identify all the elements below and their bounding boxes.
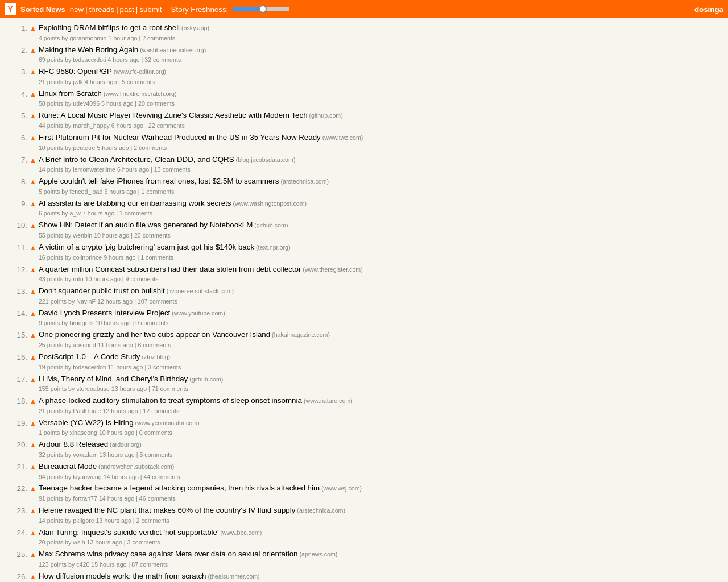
story-meta: 94 points by kiyanwang 14 hours ago | 44… (39, 473, 717, 481)
story-domain: (www.rfc-editor.org) (112, 68, 166, 75)
upvote-button[interactable]: ▲ (30, 308, 36, 328)
story-meta: 123 points by c420 15 hours ago | 87 com… (39, 560, 717, 569)
story-meta: 14 points by lemonwaterlime 6 hours ago … (39, 165, 717, 174)
story-title-link[interactable]: Bureaucrat Mode (39, 462, 97, 471)
story-title-link[interactable]: A victim of a crypto 'pig butchering' sc… (39, 243, 254, 251)
story-title-link[interactable]: Helene ravaged the NC plant that makes 6… (39, 506, 296, 514)
story-number: 11. (11, 242, 30, 262)
upvote-button[interactable]: ▲ (30, 23, 36, 43)
upvote-button[interactable]: ▲ (30, 571, 36, 582)
upvote-button[interactable]: ▲ (30, 155, 36, 174)
logo: Y (5, 3, 16, 15)
story-title-link[interactable]: Show HN: Detect if an audio file was gen… (39, 221, 253, 229)
story-title-link[interactable]: Max Schrems wins privacy case against Me… (39, 550, 298, 558)
story-domain: (github.com) (188, 376, 223, 383)
story-number: 15. (11, 330, 30, 350)
story-domain: (ztoz.blog) (140, 354, 170, 360)
story-title-link[interactable]: Don't squander public trust on bullshit (39, 286, 165, 295)
story-number: 1. (11, 23, 30, 43)
upvote-button[interactable]: ▲ (30, 549, 36, 569)
story-number: 5. (11, 110, 30, 130)
story-item: 22.▲Teenage hacker became a legend attac… (11, 483, 717, 503)
story-item: 17.▲LLMs, Theory of Mind, and Cheryl's B… (11, 374, 717, 394)
upvote-button[interactable]: ▲ (30, 264, 36, 284)
story-title-link[interactable]: David Lynch Presents Interview Project (39, 309, 170, 317)
story-title-link[interactable]: First Plutonium Pit for Nuclear Warhead … (39, 133, 321, 142)
story-title-link[interactable]: Teenage hacker became a legend attacking… (39, 484, 320, 492)
story-domain: (www.wsj.com) (320, 485, 362, 492)
upvote-button[interactable]: ▲ (30, 374, 36, 394)
story-item: 26.▲How diffusion models work: the math … (11, 571, 717, 582)
upvote-button[interactable]: ▲ (30, 527, 36, 547)
story-domain: (www.ycombinator.com) (134, 419, 200, 426)
story-domain: (blog.jacobsdata.com) (234, 156, 296, 163)
story-number: 25. (11, 549, 30, 569)
story-item: 9.▲AI assistants are blabbing our embarr… (11, 198, 717, 218)
story-number: 10. (11, 220, 30, 240)
nav-threads[interactable]: threads (89, 5, 114, 14)
story-number: 9. (11, 198, 30, 218)
upvote-button[interactable]: ▲ (30, 396, 36, 415)
story-domain: (theaisummer.com) (206, 573, 259, 580)
nav-new[interactable]: new (70, 5, 84, 14)
story-title-link[interactable]: A phase-locked auditory stimulation to t… (39, 396, 302, 405)
upvote-button[interactable]: ▲ (30, 352, 36, 372)
upvote-button[interactable]: ▲ (30, 198, 36, 218)
story-meta: 16 points by colinprince 9 hours ago | 1… (39, 253, 717, 262)
story-title-link[interactable]: Making the Web Boring Again (39, 45, 138, 54)
story-title-link[interactable]: RFC 9580: OpenPGP (39, 67, 112, 76)
story-title-link[interactable]: AI assistants are blabbing our embarrass… (39, 199, 231, 207)
story-domain: (www.theregister.com) (301, 266, 362, 273)
story-domain: (www.bbc.com) (218, 529, 262, 536)
story-title-link[interactable]: Exploiting DRAM bitflips to get a root s… (39, 23, 180, 32)
upvote-button[interactable]: ▲ (30, 45, 36, 65)
upvote-button[interactable]: ▲ (30, 483, 36, 503)
story-title-link[interactable]: Versable (YC W22) Is Hiring (39, 418, 134, 427)
story-title-link[interactable]: LLMs, Theory of Mind, and Cheryl's Birth… (39, 375, 188, 383)
upvote-button[interactable]: ▲ (30, 439, 36, 459)
story-title-link[interactable]: PostScript 1.0 – A Code Study (39, 352, 140, 361)
upvote-button[interactable]: ▲ (30, 132, 36, 152)
upvote-button[interactable]: ▲ (30, 505, 36, 525)
story-domain: (arstechnica.com) (279, 178, 329, 185)
story-meta: 5 points by fenced_load 6 hours ago | 1 … (39, 188, 717, 196)
story-number: 17. (11, 374, 30, 394)
story-number: 4. (11, 89, 30, 109)
upvote-button[interactable]: ▲ (30, 66, 36, 86)
slider-thumb[interactable] (259, 5, 267, 13)
upvote-button[interactable]: ▲ (30, 418, 36, 438)
story-domain: (www.washingtonpost.com) (231, 200, 307, 207)
upvote-button[interactable]: ▲ (30, 242, 36, 262)
story-title-link[interactable]: A Brief Intro to Clean Architecture, Cle… (39, 155, 234, 164)
story-title-link[interactable]: Linux from Scratch (39, 89, 102, 98)
upvote-button[interactable]: ▲ (30, 110, 36, 130)
story-meta: 21 points by jwlk 4 hours ago | 5 commen… (39, 78, 717, 86)
story-item: 25.▲Max Schrems wins privacy case agains… (11, 549, 717, 569)
username[interactable]: dosinga (694, 5, 723, 14)
upvote-button[interactable]: ▲ (30, 330, 36, 350)
story-meta: 58 points by udev4096 5 hours ago | 20 c… (39, 99, 717, 108)
story-title-link[interactable]: Apple couldn't tell fake iPhones from re… (39, 177, 279, 185)
nav-submit[interactable]: submit (139, 5, 162, 14)
upvote-button[interactable]: ▲ (30, 89, 36, 109)
upvote-button[interactable]: ▲ (30, 462, 36, 481)
story-title-link[interactable]: A quarter million Comcast subscribers ha… (39, 265, 301, 273)
story-title-link[interactable]: How diffusion models work: the math from… (39, 572, 206, 580)
story-number: 18. (11, 396, 30, 415)
story-domain: (arstechnica.com) (295, 507, 345, 514)
story-title-link[interactable]: Alan Turing: Inquest's suicide verdict '… (39, 528, 219, 537)
upvote-button[interactable]: ▲ (30, 220, 36, 240)
logo-text: Y (7, 5, 13, 14)
story-title-link[interactable]: Ardour 8.8 Released (39, 440, 108, 448)
story-number: 8. (11, 176, 30, 196)
nav-past[interactable]: past (120, 5, 134, 14)
story-meta: 21 points by PaulHoule 12 hours ago | 12… (39, 407, 717, 415)
freshness-slider[interactable] (233, 7, 289, 11)
slider-track[interactable] (233, 7, 289, 11)
story-item: 5.▲Rune: A Local Music Player Reviving Z… (11, 110, 717, 130)
upvote-button[interactable]: ▲ (30, 176, 36, 196)
story-domain: (www.nature.com) (302, 397, 353, 404)
story-title-link[interactable]: Rune: A Local Music Player Reviving Zune… (39, 111, 308, 119)
story-title-link[interactable]: One pioneering grizzly and her two cubs … (39, 330, 270, 339)
upvote-button[interactable]: ▲ (30, 286, 36, 306)
